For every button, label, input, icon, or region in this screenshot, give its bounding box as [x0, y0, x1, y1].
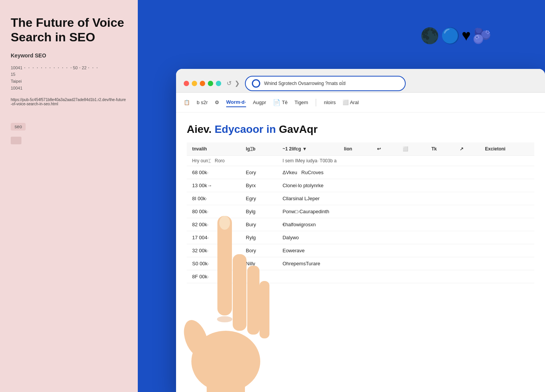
table-row: 32 00k· Bory Eowerave	[187, 244, 534, 257]
content-header: Aiev. Edycaoor in GavAqr	[187, 123, 534, 136]
sidebar-meta: 10041・・・・・・・・・・・・50・22・・・ 15 Taipei 1004…	[11, 65, 127, 91]
toolbar-item-te[interactable]: 📄 Tē	[273, 97, 287, 108]
toolbar-item-aral[interactable]: ⬜ Aral	[343, 98, 359, 107]
col-tk: Tk	[426, 142, 454, 156]
cell-metric1: Rylg	[240, 231, 277, 244]
cell-vol: 82 00k·	[187, 218, 240, 231]
emoji-2: 🔵	[441, 27, 460, 45]
cell-metric2: Ponw□·Caurapedinth	[277, 205, 534, 218]
table-row: 13 00k→ Byrx Clonei·lo ptolynrke	[187, 179, 534, 192]
cell-metric1: Byrx	[240, 179, 277, 192]
back-icon[interactable]: ↺	[227, 80, 232, 87]
col-excietoni: Excietoni	[480, 142, 534, 156]
toolbar-item-worm[interactable]: Worm·d·	[226, 98, 246, 107]
cell-metric1: Bury	[240, 218, 277, 231]
toolbar-item-gear[interactable]: ⚙	[215, 98, 219, 107]
table-row: 82 00k· Bury €halfowigrosxn	[187, 218, 534, 231]
address-circle-icon	[252, 79, 260, 88]
sidebar-subtitle: Keyword SEO	[11, 52, 127, 59]
sidebar: The Future of Voice Search in SEO Keywor…	[0, 0, 138, 392]
cell-vol: 8I 00k·	[187, 192, 240, 205]
table-row: 68 00k· Eory ΔVkeu RuCroves	[187, 166, 534, 179]
cell-vol: S0 00k·	[187, 257, 240, 270]
cell-vol: 8F 00k·	[187, 270, 240, 283]
cell-metric1: Eory	[240, 166, 277, 179]
cell-metric2: ΔVkeu RuCroves	[277, 166, 534, 179]
browser-nav: ↺ ❯	[227, 80, 240, 87]
emoji-4: 🫐	[472, 27, 491, 45]
toolbar-item-tigem[interactable]: Tigem	[295, 98, 308, 107]
sidebar-url: https://pub-5c454f571b8e40a3a2aad27ade84…	[11, 98, 127, 106]
col-lion: lion	[339, 142, 372, 156]
table-row: 8I 00k· Egry Cllarsinal LJeper	[187, 192, 534, 205]
subheader-left: Hry oun⌶ Roro	[187, 156, 277, 166]
col-diag: ↗	[454, 142, 480, 156]
cell-metric1: Nilly	[240, 257, 277, 270]
data-table: tnvalih lg⌶b ~1 2lifcg ▼ lion ↩ ⬜ Tk ↗ E…	[187, 142, 534, 283]
emoji-1: 🌑	[420, 27, 439, 45]
cell-vol: 68 00k·	[187, 166, 240, 179]
cell-metric1: Bory	[240, 244, 277, 257]
content-header-blue: Edycaoor in	[215, 123, 276, 135]
tl-yellow[interactable]	[192, 81, 197, 86]
table-row: 80 00k· Bylg Ponw□·Caurapedinth	[187, 205, 534, 218]
cell-metric1: Egry	[240, 192, 277, 205]
col-arrow: ↩	[372, 142, 397, 156]
tl-green[interactable]	[208, 81, 213, 86]
toolbar-item-nloirs[interactable]: nloirs	[324, 98, 336, 107]
browser-content: Aiev. Edycaoor in GavAqr tnvalih lg⌶b ~1…	[176, 113, 545, 392]
subheader-right: I sem IMey iudya· T003b a	[277, 156, 534, 166]
toolbar-item-cp[interactable]: 📋	[184, 98, 190, 107]
cell-vol: 80 00k·	[187, 205, 240, 218]
forward-icon[interactable]: ❯	[235, 80, 240, 87]
cell-metric2: Cllarsinal LJeper	[277, 192, 534, 205]
browser-toolbar: 📋 b s2r ⚙ Worm·d· Augpr 📄 Tē Tigem nloir…	[176, 93, 545, 113]
cell-metric2: Dalywo	[277, 231, 534, 244]
sidebar-icon-box-1[interactable]	[11, 137, 21, 144]
cell-metric2: Clonei·lo ptolynrke	[277, 179, 534, 192]
address-text: Wnind Sgrotech Ovsarrowing ?rnats αἰtl	[264, 81, 346, 86]
sidebar-tag[interactable]: seo	[11, 123, 26, 131]
right-area: 🌑 🔵 ♥ 🫐 ↺ ❯ Wnind Sgrotech Ovsarrowing ?…	[138, 0, 545, 392]
col-lgtb: lg⌶b	[240, 142, 277, 156]
emoji-3: ♥	[462, 27, 471, 45]
cell-vol: 17 004·	[187, 231, 240, 244]
cell-metric2	[277, 270, 534, 283]
cell-metric1	[240, 270, 277, 283]
toolbar-item-b[interactable]: b s2r	[197, 98, 208, 107]
sidebar-icon-row	[11, 137, 127, 144]
tl-red[interactable]	[184, 81, 189, 86]
toolbar-item-augpr[interactable]: Augpr	[253, 98, 266, 107]
cell-metric2: Eowerave	[277, 244, 534, 257]
sidebar-title: The Future of Voice Search in SEO	[11, 15, 127, 45]
divider-1	[316, 99, 316, 106]
browser-window: ↺ ❯ Wnind Sgrotech Ovsarrowing ?rnats αἰ…	[176, 69, 545, 392]
cell-vol: 32 00k·	[187, 244, 240, 257]
cell-vol: 13 00k→	[187, 179, 240, 192]
table-row: 17 004· Rylg Dalywo	[187, 231, 534, 244]
table-row: 8F 00k·	[187, 270, 534, 283]
cell-metric2: OhrepemsTurare	[277, 257, 534, 270]
browser-chrome: ↺ ❯ Wnind Sgrotech Ovsarrowing ?rnats αἰ…	[176, 69, 545, 93]
traffic-lights	[184, 81, 221, 86]
col-12lifcg: ~1 2lifcg ▼	[277, 142, 339, 156]
tl-orange[interactable]	[200, 81, 205, 86]
table-row: S0 00k· Nilly OhrepemsTurare	[187, 257, 534, 270]
cell-metric1: Bylg	[240, 205, 277, 218]
cell-metric2: €halfowigrosxn	[277, 218, 534, 231]
tl-teal[interactable]	[216, 81, 221, 86]
address-bar[interactable]: Wnind Sgrotech Ovsarrowing ?rnats αἰtl	[245, 76, 406, 91]
emoji-bar: 🌑 🔵 ♥ 🫐	[420, 27, 491, 45]
col-box: ⬜	[397, 142, 426, 156]
col-invalih: tnvalih	[187, 142, 240, 156]
